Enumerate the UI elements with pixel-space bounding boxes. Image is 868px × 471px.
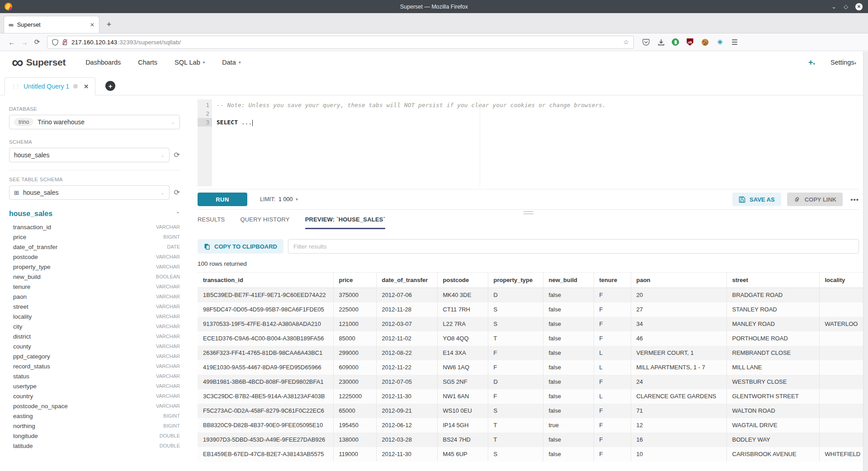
- column-name: easting: [13, 413, 33, 419]
- table-panel-title[interactable]: house_sales: [9, 210, 52, 218]
- back-button[interactable]: ←: [5, 36, 18, 48]
- table-row: 91370533-19F5-47FE-B142-A380A8ADA2101210…: [198, 317, 868, 331]
- table-cell: [819, 331, 868, 346]
- database-select[interactable]: trino Trino warehouse ⌄: [9, 115, 180, 129]
- page-scrollbar[interactable]: [863, 52, 868, 471]
- table-cell: 230000: [333, 375, 376, 389]
- table-cell: NW1 6AN: [437, 389, 488, 404]
- column-type: VARCHAR: [156, 284, 180, 289]
- table-header-new_build[interactable]: new_build: [543, 273, 594, 288]
- copy-to-clipboard-button[interactable]: COPY TO CLIPBOARD: [198, 239, 283, 254]
- table-cell: MK40 3DE: [437, 288, 488, 302]
- nav-item-data[interactable]: Data▾: [222, 59, 241, 66]
- table-row: 1B5C39ED-BE7F-41EF-9E71-9C60EED74A223750…: [198, 288, 868, 302]
- table-row: 98F5DC47-0D05-4D59-95B7-98CA6F1FDE052250…: [198, 302, 868, 317]
- window-maximize-button[interactable]: ◇: [844, 4, 848, 9]
- add-new-button[interactable]: +▾: [808, 58, 815, 67]
- add-query-tab-button[interactable]: +: [105, 81, 115, 91]
- nav-item-dashboards[interactable]: Dashboards: [85, 59, 121, 66]
- table-header-tenure[interactable]: tenure: [594, 273, 631, 288]
- superset-logo[interactable]: ∞ Superset: [12, 56, 66, 69]
- url-bar[interactable]: 217.160.120.143:32393/superset/sqllab/ ☆: [47, 36, 634, 49]
- table-cell: WESTBURY CLOSE: [726, 375, 819, 389]
- chevron-down-icon: ▾: [239, 60, 241, 65]
- table-header-locality[interactable]: locality: [819, 273, 868, 288]
- table-cell: 16: [631, 433, 726, 447]
- window-minimize-button[interactable]: ⌄: [831, 4, 836, 9]
- table-cell: [819, 375, 868, 389]
- tab-close-icon[interactable]: ✕: [90, 22, 94, 28]
- column-name: latitude: [13, 443, 33, 449]
- more-actions-button[interactable]: •••: [850, 196, 859, 203]
- table-header-postcode[interactable]: postcode: [437, 273, 488, 288]
- table-cell: 2012-06-12: [376, 418, 437, 433]
- schema-column-row: postcode_no_spaceVARCHAR: [9, 401, 180, 411]
- extension-asterisk-icon[interactable]: ✳: [716, 38, 724, 46]
- pocket-icon[interactable]: [642, 38, 650, 46]
- query-tab-untitled[interactable]: ⋮⋮ Untitled Query 1 ✕: [5, 77, 95, 95]
- table-cell: F: [488, 360, 543, 375]
- query-tab-bar: ⋮⋮ Untitled Query 1 ✕ +: [0, 74, 868, 95]
- table-cell: SG5 2NF: [437, 375, 488, 389]
- new-tab-button[interactable]: +: [102, 18, 116, 31]
- table-cell: 71: [631, 404, 726, 418]
- results-table: transaction_idpricedate_of_transferpostc…: [198, 272, 868, 462]
- extension-green-icon[interactable]: [672, 38, 679, 46]
- results-tab-results[interactable]: RESULTS: [198, 216, 225, 229]
- query-tab-close-icon[interactable]: ✕: [84, 83, 89, 90]
- limit-dropdown[interactable]: LIMIT: 1 000 ▾: [260, 196, 298, 203]
- column-type: BIGINT: [163, 413, 180, 419]
- window-close-button[interactable]: ✕: [855, 3, 863, 10]
- table-cell: BODLEY WAY: [726, 433, 819, 447]
- column-type: VARCHAR: [156, 294, 180, 299]
- reload-button[interactable]: ⟳: [31, 36, 43, 48]
- chevron-up-icon[interactable]: ⌃: [176, 211, 180, 217]
- shield-icon[interactable]: [52, 39, 58, 46]
- sql-editor[interactable]: 1 2 3 -- Note: Unless you save your quer…: [198, 99, 859, 186]
- editor-content[interactable]: -- Note: Unless you save your query, the…: [212, 99, 859, 186]
- drag-handle-icon[interactable]: ⋮⋮: [11, 84, 19, 89]
- filter-results-input[interactable]: [288, 239, 859, 254]
- table-cell: 98F5DC47-0D05-4D59-95B7-98CA6F1FDE05: [198, 302, 333, 317]
- forward-button[interactable]: →: [18, 36, 31, 48]
- table-cell: 138000: [333, 433, 376, 447]
- save-as-button[interactable]: SAVE AS: [732, 193, 781, 206]
- table-cell: EB1459EB-67ED-47C8-B2E7-A38143AB5575: [198, 447, 333, 462]
- nav-item-sql-lab[interactable]: SQL Lab▾: [175, 59, 205, 66]
- results-tab-query-history[interactable]: QUERY HISTORY: [240, 216, 289, 229]
- refresh-tables-icon[interactable]: ⟳: [174, 189, 180, 196]
- table-header-date_of_transfer[interactable]: date_of_transfer: [376, 273, 437, 288]
- pane-resize-bar[interactable]: [198, 210, 859, 215]
- copy-icon: [204, 243, 210, 250]
- table-header-price[interactable]: price: [333, 273, 376, 288]
- downloads-icon[interactable]: [657, 38, 665, 46]
- copy-link-button[interactable]: COPY LINK: [787, 193, 843, 206]
- table-select[interactable]: ⊞ house_sales ⌄: [9, 185, 170, 200]
- table-cell: 2012-11-28: [376, 302, 437, 317]
- column-name: northing: [13, 423, 35, 429]
- ublock-icon[interactable]: uB: [686, 38, 694, 46]
- schema-select[interactable]: house_sales ⌄: [9, 148, 170, 162]
- lock-disabled-icon[interactable]: [62, 39, 68, 46]
- browser-tab-superset[interactable]: ∞ Superset ✕: [4, 16, 99, 33]
- table-header-transaction_id[interactable]: transaction_id: [198, 273, 333, 288]
- column-type: DATE: [167, 244, 180, 250]
- results-tab-preview-house-sales[interactable]: PREVIEW: `HOUSE_SALES`: [305, 216, 386, 229]
- refresh-schemas-icon[interactable]: ⟳: [174, 151, 180, 159]
- schema-column-row: record_statusVARCHAR: [9, 361, 180, 371]
- table-cell: MILL LANE: [726, 360, 819, 375]
- link-icon: [793, 196, 801, 203]
- bookmark-star-icon[interactable]: ☆: [623, 38, 629, 46]
- menu-hamburger-icon[interactable]: ☰: [731, 38, 739, 46]
- cookie-extension-icon[interactable]: [701, 38, 709, 46]
- nav-item-charts[interactable]: Charts: [138, 59, 157, 66]
- settings-menu[interactable]: Settings▾: [830, 59, 856, 66]
- column-type: DOUBLE: [160, 443, 180, 448]
- table-cell: 2012-03-28: [376, 433, 437, 447]
- table-header-paon[interactable]: paon: [631, 273, 726, 288]
- table-header-street[interactable]: street: [726, 273, 819, 288]
- table-select-value: house_sales: [23, 189, 59, 196]
- table-cell: F: [594, 288, 631, 302]
- run-button[interactable]: RUN: [198, 193, 247, 206]
- table-header-property_type[interactable]: property_type: [488, 273, 543, 288]
